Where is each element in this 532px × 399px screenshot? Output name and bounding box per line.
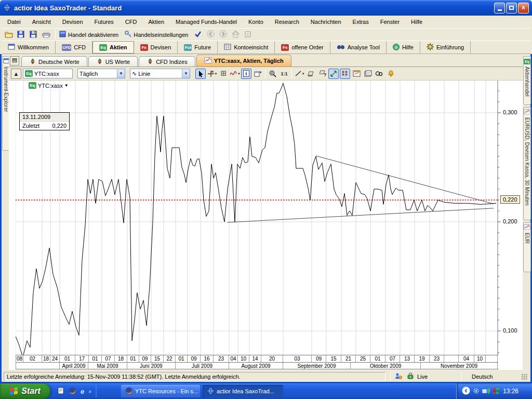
symbol-input[interactable]: Eq YTC:xasx bbox=[23, 69, 73, 78]
workspace-tab-einf-hrung[interactable]: Einführung bbox=[420, 41, 471, 54]
window-title: actior Idea SaxoTrader - Standard bbox=[14, 4, 493, 12]
workspace-tab-aktien[interactable]: EqAktien bbox=[92, 41, 134, 54]
menu-research[interactable]: Research bbox=[269, 17, 305, 27]
chevron-down-icon[interactable]: ▾ bbox=[302, 72, 304, 76]
link-tool-button[interactable] bbox=[374, 69, 384, 79]
ie-icon[interactable]: e bbox=[81, 388, 84, 395]
alert-bell-button[interactable] bbox=[385, 69, 396, 79]
menu-cfd[interactable]: CFD bbox=[119, 17, 143, 27]
workspace-tab-devisen[interactable]: FxDevisen bbox=[134, 41, 178, 54]
line-style-icon: ∿ bbox=[132, 70, 137, 77]
save-as-button[interactable] bbox=[29, 29, 40, 40]
add-panel-button[interactable] bbox=[252, 69, 263, 79]
start-button[interactable]: Start bbox=[0, 383, 50, 399]
taskbar-task-firefox[interactable]: YTC Resources - Ein s... bbox=[121, 385, 200, 397]
hide-icons-chevron[interactable] bbox=[462, 387, 470, 396]
menu-ansicht[interactable]: Ansicht bbox=[26, 17, 57, 27]
close-button[interactable]: × bbox=[518, 3, 529, 14]
chevron-down-icon[interactable]: ▾ bbox=[215, 72, 217, 76]
period-select[interactable]: Täglich ▼ bbox=[77, 69, 125, 78]
pattern-tool-button[interactable] bbox=[340, 69, 350, 79]
menu-konto[interactable]: Konto bbox=[243, 17, 269, 27]
workspace-tab-bar: WillkommenCFDCFDEqAktienFxDevisenFutFutu… bbox=[2, 41, 530, 54]
price-chart[interactable] bbox=[16, 81, 523, 355]
tray-network-icon[interactable] bbox=[482, 388, 490, 395]
chartline-icon bbox=[524, 109, 530, 115]
taskbar-clock: 13:26 bbox=[503, 388, 518, 395]
menu-devisen[interactable]: Devisen bbox=[57, 17, 89, 27]
chevron-down-icon[interactable]: ▼ bbox=[64, 83, 69, 88]
workspace-tab-hilfe[interactable]: eHilfe bbox=[387, 41, 420, 54]
quicklaunch-app-icon[interactable] bbox=[57, 387, 64, 395]
one-to-one-button[interactable]: 1:1 bbox=[279, 69, 289, 79]
quicklaunch-overflow-chevron[interactable]: » bbox=[88, 389, 91, 394]
chevron-down-icon[interactable]: ▼ bbox=[117, 69, 125, 78]
collapse-toolbar-button[interactable]: ▲ bbox=[11, 69, 21, 79]
style-select[interactable]: ∿ Linie ▼ bbox=[130, 69, 190, 78]
menu-fenster[interactable]: Fenster bbox=[375, 17, 405, 27]
menu-datei[interactable]: Datei bbox=[2, 17, 26, 27]
task-label: YTC Resources - Ein s... bbox=[135, 388, 198, 394]
x-axis-day-tick: 07 bbox=[102, 355, 115, 362]
chart-copy-button[interactable] bbox=[363, 69, 373, 79]
workspace-tab-analyse-tool[interactable]: Analyse Tool bbox=[330, 41, 387, 54]
fx-badge-icon: Fx bbox=[281, 44, 289, 51]
tray-updater-icon[interactable] bbox=[473, 388, 480, 395]
x-axis-day-tick: 19 bbox=[415, 355, 430, 362]
x-axis-day-tick: 25 bbox=[356, 355, 370, 362]
dock-tab-eur[interactable]: EUR bbox=[523, 222, 531, 272]
doc-tab-ytc-xasx-aktien-t-glich[interactable]: YTC:xasx, Aktien, Täglich bbox=[196, 55, 291, 66]
chartline-icon bbox=[204, 57, 212, 64]
doc-tab-cfd-indizes[interactable]: CFD Indizes bbox=[139, 56, 195, 66]
minimize-button[interactable] bbox=[494, 3, 505, 14]
tile-windows-icon[interactable]: ▤ bbox=[10, 56, 19, 65]
doc-tab-us-werte[interactable]: US Werte bbox=[88, 56, 138, 66]
cursor-tool-button[interactable] bbox=[195, 69, 206, 79]
firefox-icon[interactable] bbox=[69, 387, 76, 396]
menu-nachrichten[interactable]: Nachrichten bbox=[305, 17, 347, 27]
workspace-tab-cfd[interactable]: CFDCFD bbox=[56, 41, 92, 54]
chartline-icon bbox=[524, 224, 530, 231]
menu-managed-funds-handel[interactable]: Managed Funds-Handel bbox=[170, 17, 243, 27]
title-bar: actior Idea SaxoTrader - Standard × bbox=[0, 0, 532, 16]
print-button[interactable] bbox=[41, 29, 52, 40]
chart-legend[interactable]: Eq YTC:xasx ▼ bbox=[28, 82, 70, 89]
save-button[interactable] bbox=[16, 29, 28, 40]
trade-settings-button[interactable]: Handelseinstellungen bbox=[124, 29, 192, 40]
line-draw-tool-button[interactable]: ▾ bbox=[294, 69, 304, 79]
indicator-tool-button[interactable]: ▾ bbox=[230, 69, 240, 79]
help-icon: e bbox=[393, 44, 400, 51]
x-axis-day-tick: 15 bbox=[326, 355, 341, 362]
info-tool-button[interactable]: i bbox=[241, 69, 251, 79]
crosshair-tool-button[interactable]: ▾ bbox=[207, 69, 217, 79]
chart-panel[interactable]: Eq YTC:xasx ▼ 13.11.2009 Zuletzt 0,220 0… bbox=[9, 81, 523, 370]
menu-extras[interactable]: Extras bbox=[347, 17, 375, 27]
x-axis-day-tick: 10 bbox=[474, 355, 486, 362]
restore-button[interactable] bbox=[506, 3, 517, 14]
autoscale-tool-button[interactable] bbox=[328, 69, 339, 79]
chevron-down-icon[interactable]: ▾ bbox=[238, 72, 240, 76]
grid-toggle-button[interactable] bbox=[218, 69, 229, 79]
chart-window-button[interactable] bbox=[351, 69, 362, 79]
menu-hilfe[interactable]: Hilfe bbox=[405, 17, 428, 27]
erase-all-tool-button[interactable]: ? bbox=[317, 69, 327, 79]
tray-status-bars-icon[interactable] bbox=[493, 388, 499, 395]
dock-tab-aktienhandel[interactable]: EqAktienhandel bbox=[523, 56, 531, 105]
workspace-tab-kontoeinsicht[interactable]: Kontoeinsicht bbox=[218, 41, 275, 54]
menu-aktien[interactable]: Aktien bbox=[142, 17, 170, 27]
taskbar-task-saxotrader[interactable]: actior Idea SaxoTrad... bbox=[203, 385, 283, 397]
dock-tab-eurusd-devisen-kassa-30-minute[interactable]: EURUSD, Devisen Kassa, 30 Minuten bbox=[523, 107, 531, 220]
menu-futures[interactable]: Futures bbox=[89, 17, 119, 27]
chevron-down-icon[interactable]: ▼ bbox=[182, 69, 190, 78]
app-globe-icon bbox=[3, 4, 11, 12]
zoom-tool-button[interactable] bbox=[268, 69, 278, 79]
x-axis-day-tick: 01 bbox=[89, 355, 102, 362]
open-file-button[interactable] bbox=[4, 29, 15, 40]
doc-tab-deutsche-werte[interactable]: Deutsche Werte bbox=[21, 56, 87, 66]
eraser-tool-button[interactable] bbox=[305, 69, 316, 79]
workspace-tab-willkommen[interactable]: Willkommen bbox=[2, 41, 56, 54]
workspace-tab-offene-order[interactable]: Fxoffene Order bbox=[275, 41, 330, 54]
confirm-check-button[interactable] bbox=[193, 29, 205, 40]
workspace-tab-future[interactable]: FutFuture bbox=[178, 41, 218, 54]
trade-disable-button[interactable]: Handel deaktivieren bbox=[58, 29, 123, 40]
